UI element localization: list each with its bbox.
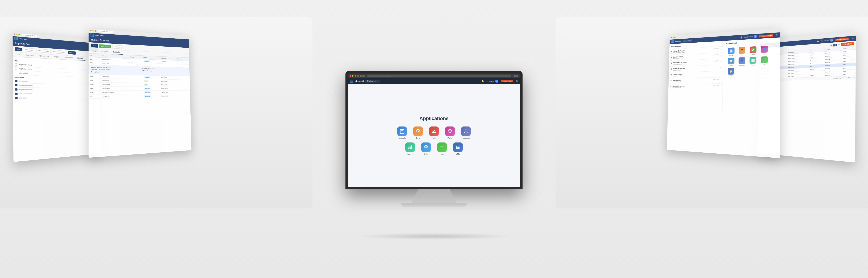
task-cb[interactable] (15, 72, 18, 74)
app-main-content: Applications (348, 84, 520, 187)
cell-subtask (176, 64, 189, 68)
right-app-dms[interactable]: 📁 DMS (726, 68, 736, 77)
task-cb[interactable] (15, 63, 18, 65)
tasks-icon (429, 127, 439, 136)
tab-close-left2[interactable]: ✕ (110, 31, 111, 33)
time-icon (413, 127, 423, 136)
pagination-prev[interactable]: ‹ (852, 77, 852, 78)
bookmark-icon (514, 75, 516, 77)
completed-cb[interactable] (15, 97, 18, 99)
completed-cb[interactable] (15, 80, 18, 82)
browser-dot-yellow (352, 75, 353, 77)
settings-icon-main[interactable]: ⚙ (516, 80, 518, 83)
completed-cb[interactable] (15, 88, 18, 91)
app-icon-item-time[interactable]: Time (412, 127, 424, 139)
app-name-right1: ishtar-365 (675, 40, 681, 43)
tab-close-left1[interactable]: ✕ (34, 35, 35, 37)
tab-info[interactable]: Info (15, 52, 23, 57)
save-close-btn2[interactable]: Save & close (99, 44, 111, 48)
tab-approval-flow[interactable]: Approval Flow (37, 54, 51, 59)
chrome-dot-green (19, 34, 20, 35)
upload-button[interactable]: ↑ UPLOAD (841, 42, 854, 46)
completed-cb[interactable] (15, 92, 18, 95)
project-icon (405, 142, 415, 152)
right-app-portal[interactable]: 🌐 Portal (760, 46, 769, 55)
completed-task-item: Bug fix item #1223 (13, 87, 99, 92)
chrome-dot-red-r1 (671, 37, 672, 38)
chrome-dot-red2 (90, 30, 92, 31)
right-app-tasks[interactable]: ✅ Tasks (748, 46, 758, 55)
completed-cb[interactable] (15, 84, 18, 86)
save-btn[interactable]: Save (15, 47, 22, 51)
completed-text: UX redesign (19, 80, 28, 82)
screen-apps-notifications: ishtar-365 ishtar-365 ✕ 🔔 Tim Gousert TG… (667, 28, 780, 158)
tab-subtasks2[interactable]: Subtasks (111, 50, 123, 55)
notification-bell[interactable]: 🔔 (740, 36, 743, 38)
tab-progress[interactable]: Progress (51, 55, 62, 59)
goto-projects-btn[interactable]: Go to other Projects (52, 50, 67, 54)
list-label: List (440, 153, 443, 155)
app-tab-right1: ishtar-365 ✕ (683, 39, 692, 42)
task-cb[interactable] (15, 67, 18, 70)
app-icon-item-portal[interactable]: Portal (444, 127, 456, 139)
app-tab-main[interactable]: ☰ Ishtar-365 ✕ (365, 80, 380, 83)
app-icon-template: 📄 (728, 48, 735, 54)
right-app-time[interactable]: ⏱ Time (738, 47, 747, 56)
cell-project (128, 62, 142, 66)
table-row: 7499 Sales editing Ongoing 12/10/2024 (89, 86, 190, 90)
notif-dot (671, 68, 672, 70)
right-app-template[interactable]: 📄 Template (727, 48, 736, 56)
save-close-btn[interactable]: Save & close (23, 48, 35, 52)
portal-icon (445, 127, 455, 136)
right-app-shifts[interactable]: 🔄 Shifts (727, 57, 736, 66)
tab-info2[interactable]: Info (91, 49, 99, 54)
app-icon-shifts: 🔄 (728, 58, 735, 64)
pagination-next[interactable]: › (853, 77, 854, 78)
settings-icon-right1[interactable]: ⚙ (775, 33, 778, 36)
browser-url-bar[interactable]: https://portal.ishtar-365.com/apps/home (367, 75, 511, 77)
cell-subtask (176, 60, 189, 64)
app-icon-item-list[interactable]: List (436, 142, 448, 155)
right-app-resource[interactable]: 👤 Resource (737, 57, 746, 66)
svg-rect-13 (408, 147, 409, 149)
tasks-table: Nr. Name Project Status Deadline Subtask… (89, 54, 190, 99)
app-icon-item-project[interactable]: Project (404, 142, 416, 155)
app-logo-left2 (90, 33, 94, 37)
right-app-project[interactable]: 📊 Project (748, 57, 757, 66)
cell-project (128, 59, 142, 63)
view-grid-btn[interactable]: ⊞ (830, 44, 833, 47)
tab-attachments[interactable]: Attachments (23, 53, 37, 58)
settings-icon-right2[interactable]: ⚙ (851, 37, 854, 40)
notification-bell-r2[interactable]: 🔔 (817, 40, 819, 43)
pagination-info: Rows per page: 10 (833, 77, 843, 79)
screen-approval-flow: ⊞ Ishtar Tasks ✕ Ishtar Tasks ✕ Approval… (12, 32, 101, 162)
view-list-btn[interactable]: ☰ (833, 44, 837, 47)
app-icon-item-resource[interactable]: Resource (460, 127, 472, 139)
app-icon-item-shifts[interactable]: Shifts (420, 142, 432, 155)
app-name-left2: Ishtar Tasks (95, 34, 104, 36)
template-icon (397, 127, 407, 136)
add-task-btn[interactable]: Add task (68, 51, 76, 55)
right-app-link[interactable]: 🔗 Link (760, 56, 769, 65)
monitor-wrap: https://portal.ishtar-365.com/apps/home … (345, 71, 523, 207)
svg-point-24 (440, 148, 441, 148)
app-icon-item-template[interactable]: Template (396, 127, 408, 139)
notif-arrow: › (720, 54, 721, 56)
completed-task-item: Unit testing (13, 96, 99, 100)
app-icon-item-dms[interactable]: DMS (452, 142, 464, 155)
tab-checklist[interactable]: Checklist (75, 56, 85, 61)
notif-dot (671, 74, 672, 76)
save-template-btn[interactable]: Save as template (36, 49, 51, 53)
add-task-btn2[interactable]: Add task (112, 45, 122, 49)
tab-progress2[interactable]: Progress (99, 49, 111, 54)
app-icon-item-tasks[interactable]: Tasks (428, 127, 440, 139)
chrome-tab-left2: ⊞ Ishtar Tasks ✕ (98, 30, 113, 33)
tab-close-main[interactable]: ✕ (377, 80, 378, 82)
nav-bell-main[interactable]: 🔔 (482, 80, 484, 82)
tab-requirements[interactable]: Requirements (62, 55, 75, 60)
browser-bar: https://portal.ishtar-365.com/apps/home (348, 74, 520, 78)
settings-btn[interactable]: ⚙ (838, 44, 840, 46)
save-btn2[interactable]: Save (91, 44, 98, 48)
table-row: 3671 UI changes Ongoing 14/01/2025 (89, 94, 190, 99)
task-text: User testing (19, 72, 28, 74)
